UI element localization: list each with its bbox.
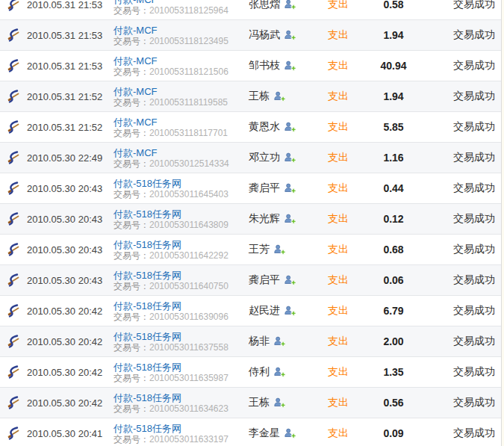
txn-no-label: 交易号： bbox=[113, 66, 149, 77]
transaction-type-icon bbox=[6, 89, 21, 104]
txn-no-label: 交易号： bbox=[113, 189, 149, 199]
payee-name: 赵民进 bbox=[249, 304, 280, 318]
add-contact-icon[interactable] bbox=[274, 91, 285, 102]
transaction-date: 2010.05.31 21:52 bbox=[27, 122, 113, 133]
txn-no-label: 交易号： bbox=[113, 97, 149, 108]
transaction-type-cell bbox=[0, 273, 27, 288]
direction-label: 支出 bbox=[323, 427, 353, 440]
transaction-detail: 付款-MCF 交易号：2010053118119585 bbox=[113, 85, 249, 108]
payee-name: 李金星 bbox=[249, 427, 280, 440]
add-contact-icon[interactable] bbox=[284, 183, 296, 194]
payee-name: 邓立功 bbox=[249, 151, 280, 164]
txn-no-label: 交易号： bbox=[113, 128, 149, 138]
transaction-title-link[interactable]: 付款-518任务网 bbox=[113, 331, 181, 342]
payee-name: 张思熠 bbox=[249, 0, 280, 11]
transaction-type-cell bbox=[0, 242, 27, 257]
status-text: 交易成功 bbox=[434, 427, 501, 440]
transaction-type-icon bbox=[6, 334, 21, 349]
transaction-row: 2010.05.30 20:43 付款-518任务网 交易号：201005301… bbox=[0, 204, 501, 235]
transaction-number-line: 交易号：2010053011635987 bbox=[113, 373, 249, 384]
payee-cell: 侍利 bbox=[249, 365, 323, 379]
transaction-type-icon bbox=[6, 181, 21, 196]
payee-cell: 李金星 bbox=[249, 427, 323, 440]
transaction-type-cell bbox=[0, 365, 27, 380]
status-text: 交易成功 bbox=[434, 243, 501, 256]
transaction-detail: 付款-MCF 交易号：2010053118117701 bbox=[113, 116, 249, 139]
add-contact-icon[interactable] bbox=[284, 275, 296, 286]
transaction-title-link[interactable]: 付款-MCF bbox=[113, 147, 158, 158]
add-contact-icon[interactable] bbox=[274, 336, 285, 347]
direction-label: 支出 bbox=[323, 365, 353, 379]
transaction-date: 2010.05.30 20:43 bbox=[27, 275, 113, 286]
transaction-type-icon bbox=[6, 211, 21, 226]
add-contact-icon[interactable] bbox=[274, 367, 285, 378]
status-text: 交易成功 bbox=[434, 304, 501, 318]
transaction-title-link[interactable]: 付款-518任务网 bbox=[113, 239, 181, 250]
transaction-detail: 付款-518任务网 交易号：2010053011643809 bbox=[113, 208, 249, 231]
transaction-title-link[interactable]: 付款-518任务网 bbox=[113, 178, 181, 189]
status-text: 交易成功 bbox=[434, 59, 501, 72]
status-text: 交易成功 bbox=[434, 365, 501, 379]
add-contact-icon[interactable] bbox=[284, 30, 296, 41]
transaction-number-line: 交易号：2010053012514334 bbox=[113, 158, 249, 170]
add-contact-icon[interactable] bbox=[284, 214, 296, 225]
amount-value: 1.94 bbox=[353, 29, 434, 41]
txn-no-label: 交易号： bbox=[113, 250, 149, 261]
transaction-detail: 付款-MCF 交易号：2010053118123495 bbox=[113, 24, 249, 47]
transaction-title-link[interactable]: 付款-518任务网 bbox=[113, 300, 181, 312]
txn-no-value: 2010053011635987 bbox=[149, 373, 228, 383]
amount-value: 0.09 bbox=[353, 427, 434, 439]
transaction-title-link[interactable]: 付款-MCF bbox=[113, 117, 158, 128]
txn-no-label: 交易号： bbox=[113, 373, 149, 383]
transaction-type-cell bbox=[0, 58, 27, 73]
transaction-date: 2010.05.31 21:53 bbox=[27, 0, 113, 10]
transaction-type-cell bbox=[0, 211, 27, 226]
transaction-row: 2010.05.31 21:52 付款-MCF 交易号：201005311811… bbox=[0, 112, 501, 143]
transaction-detail: 付款-MCF 交易号：2010053118125964 bbox=[113, 0, 249, 16]
payee-name: 龚启平 bbox=[249, 273, 280, 287]
direction-label: 支出 bbox=[323, 90, 353, 103]
transaction-title-link[interactable]: 付款-MCF bbox=[113, 86, 158, 97]
transaction-date: 2010.05.30 20:43 bbox=[27, 214, 113, 225]
transaction-title-link[interactable]: 付款-518任务网 bbox=[113, 392, 181, 403]
transaction-number-line: 交易号：2010053118125964 bbox=[113, 5, 249, 16]
add-contact-icon[interactable] bbox=[274, 397, 285, 409]
amount-value: 1.16 bbox=[353, 152, 434, 164]
transaction-type-icon bbox=[6, 58, 21, 73]
page: { "page": { "background": "#fdfbf1", "ta… bbox=[0, 0, 504, 446]
add-contact-icon[interactable] bbox=[284, 428, 296, 439]
transaction-title-link[interactable]: 付款-518任务网 bbox=[113, 362, 181, 373]
add-contact-icon[interactable] bbox=[284, 306, 296, 317]
transaction-detail: 付款-MCF 交易号：2010053012514334 bbox=[113, 146, 249, 170]
add-contact-icon[interactable] bbox=[274, 244, 285, 255]
transaction-row: 2010.05.30 20:42 付款-518任务网 交易号：201005301… bbox=[0, 326, 501, 357]
status-text: 交易成功 bbox=[434, 90, 501, 103]
txn-no-value: 2010053011645403 bbox=[149, 189, 228, 199]
transaction-row: 2010.05.30 20:42 付款-518任务网 交易号：201005301… bbox=[0, 388, 501, 418]
add-contact-icon[interactable] bbox=[284, 122, 296, 133]
direction-label: 支出 bbox=[323, 243, 353, 256]
payee-cell: 黄恩水 bbox=[249, 120, 323, 134]
transaction-title-link[interactable]: 付款-518任务网 bbox=[113, 423, 181, 434]
transaction-title-link[interactable]: 付款-MCF bbox=[113, 55, 158, 66]
amount-value: 0.12 bbox=[353, 213, 434, 225]
transaction-row: 2010.05.31 21:53 付款-MCF 交易号：201005311812… bbox=[0, 0, 501, 20]
transaction-title-link[interactable]: 付款-MCF bbox=[113, 25, 158, 36]
transaction-number-line: 交易号：2010053011634623 bbox=[113, 403, 249, 415]
transaction-type-icon bbox=[6, 120, 21, 134]
transaction-number-line: 交易号：2010053118123495 bbox=[113, 36, 249, 47]
transaction-type-cell bbox=[0, 303, 27, 318]
add-contact-icon[interactable] bbox=[284, 152, 296, 164]
payee-cell: 王芳 bbox=[249, 243, 323, 256]
txn-no-label: 交易号： bbox=[113, 403, 149, 414]
transaction-type-icon bbox=[6, 273, 21, 288]
amount-value: 0.44 bbox=[353, 182, 434, 194]
transaction-number-line: 交易号：2010053011640750 bbox=[113, 281, 249, 292]
transaction-title-link[interactable]: 付款-518任务网 bbox=[113, 270, 181, 281]
add-contact-icon[interactable] bbox=[284, 61, 296, 72]
transaction-number-line: 交易号：2010053011639096 bbox=[113, 312, 249, 323]
transaction-date: 2010.05.30 22:49 bbox=[27, 152, 113, 164]
transaction-row: 2010.05.31 21:52 付款-MCF 交易号：201005311811… bbox=[0, 81, 501, 112]
transaction-title-link[interactable]: 付款-518任务网 bbox=[113, 208, 181, 220]
add-contact-icon[interactable] bbox=[284, 0, 296, 10]
